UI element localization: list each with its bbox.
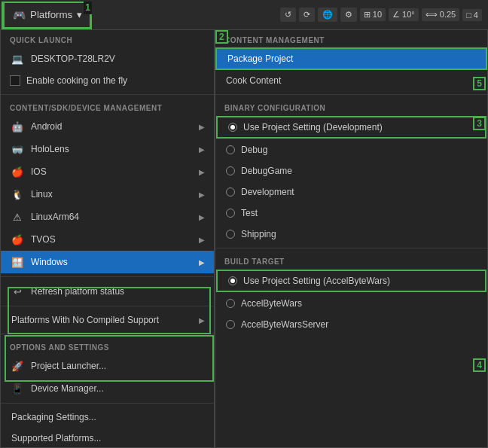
dropdown-menu: QUICK LAUNCH 💻 DESKTOP-T28LR2V Enable co… [0, 30, 215, 448]
linuxarm64-arrow: ▶ [199, 213, 205, 221]
submenu-section-build: BUILD TARGET [215, 251, 487, 269]
sep-4 [1, 334, 214, 334]
development-label: Development [241, 187, 294, 197]
menu-item-linuxarm64[interactable]: ⚠ LinuxArm64 ▶ [1, 206, 214, 228]
test-label: Test [241, 208, 258, 218]
menu-item-no-compiled[interactable]: Platforms With No Compiled Support ▶ [1, 309, 214, 331]
device-manager-label: Device Manager... [31, 383, 205, 394]
windows-label: Windows [31, 257, 199, 267]
project-launcher-label: Project Launcher... [31, 361, 205, 371]
submenu-item-cook-content[interactable]: Cook Content [215, 70, 487, 91]
toolbar-right: ↺ ⟳ 🌐 ⚙ ⊞ 10 ∠ 10° ⟺ 0.25 □ 4 [280, 8, 488, 22]
no-compiled-label: Platforms With No Compiled Support [11, 315, 199, 325]
section-content-sdk: CONTENT/SDK/DEVICE MANAGEMENT [1, 98, 214, 115]
num-label-1: 1 [2, 2, 92, 29]
cook-content-label: Cook Content [226, 75, 281, 86]
tvos-label: TVOS [31, 234, 199, 245]
submenu-sep-2 [215, 248, 487, 248]
submenu-item-accelbytewarsserver[interactable]: AccelByteWarsServer [215, 314, 487, 335]
tvos-icon: 🍎 [10, 232, 25, 247]
sync-btn[interactable]: ⟳ [299, 8, 315, 22]
linux-arrow: ▶ [199, 190, 205, 199]
submenu-item-use-project-dev[interactable]: Use Project Setting (Development) [216, 116, 486, 139]
windows-arrow: ▶ [199, 258, 205, 267]
menu-item-hololens[interactable]: 🥽 HoloLens ▶ [1, 138, 214, 160]
radio-use-project-dev [228, 123, 237, 132]
cooking-label: Enable cooking on the fly [26, 75, 205, 86]
windows-icon: 🪟 [10, 254, 25, 270]
android-icon: 🤖 [10, 119, 25, 134]
section-quick-launch: QUICK LAUNCH [1, 30, 214, 47]
android-label: Android [31, 121, 199, 132]
settings-btn[interactable]: ⚙ [340, 8, 357, 22]
menu-item-linux[interactable]: 🐧 Linux ▶ [1, 183, 214, 206]
menu-item-windows[interactable]: 🪟 Windows ▶ [1, 251, 214, 273]
submenu-section-binary: BINARY CONFIGURATION [215, 98, 487, 115]
num-label-5: 5 [473, 77, 486, 90]
menu-item-ios[interactable]: 🍎 IOS ▶ [1, 160, 214, 183]
menu-item-tvos[interactable]: 🍎 TVOS ▶ [1, 228, 214, 251]
hololens-arrow: ▶ [199, 145, 205, 154]
sep-3 [1, 306, 214, 306]
accelbytewarsserver-label: AccelByteWarsServer [241, 319, 328, 330]
ios-label: IOS [31, 166, 199, 177]
radio-development [226, 187, 235, 197]
package-project-label: Package Project [227, 53, 293, 64]
hololens-icon: 🥽 [10, 142, 25, 157]
submenu-item-development[interactable]: Development [215, 181, 487, 203]
submenu-item-debuggame[interactable]: DebugGame [215, 160, 487, 181]
packaging-settings-label: Packaging Settings... [11, 412, 96, 422]
hololens-label: HoloLens [31, 144, 199, 154]
menu-item-packaging-settings[interactable]: Packaging Settings... [1, 407, 214, 428]
android-arrow: ▶ [199, 123, 205, 131]
sep-5 [1, 403, 214, 404]
menu-item-supported-platforms[interactable]: Supported Platforms... [1, 428, 214, 448]
linux-icon: 🐧 [10, 187, 25, 202]
debug-label: Debug [241, 145, 267, 155]
submenu-item-test[interactable]: Test [215, 203, 487, 224]
num-label-3: 3 [473, 117, 486, 130]
linuxarm64-label: LinuxArm64 [31, 212, 199, 222]
num-label-2: 2 [215, 30, 228, 44]
angle-badge: ∠ 10° [389, 8, 419, 21]
menu-item-device-manager[interactable]: 📱 Device Manager... [1, 377, 214, 400]
submenu-item-debug[interactable]: Debug [215, 139, 487, 160]
sep-1 [1, 94, 214, 95]
submenu-item-accelbytewars[interactable]: AccelByteWars [215, 293, 487, 314]
menu-item-desktop[interactable]: 💻 DESKTOP-T28LR2V [1, 47, 214, 70]
radio-accelbytewars [226, 299, 235, 308]
use-project-accel-label: Use Project Setting (AccelByteWars) [243, 276, 390, 286]
refresh-platform-label: Refresh platform status [31, 286, 205, 297]
cooking-checkbox[interactable] [10, 75, 20, 86]
project-launcher-icon: 🚀 [10, 358, 25, 373]
debuggame-label: DebugGame [241, 166, 292, 176]
globe-btn[interactable]: 🌐 [318, 8, 337, 22]
menu-item-cooking[interactable]: Enable cooking on the fly [1, 70, 214, 91]
radio-use-project-accel [228, 276, 237, 285]
submenu-sep-1 [215, 94, 487, 95]
linuxarm64-icon: ⚠ [10, 209, 25, 224]
scale-badge: ⟺ 0.25 [422, 8, 459, 21]
no-compiled-arrow: ▶ [199, 316, 205, 325]
radio-debug [226, 145, 235, 154]
grid-badge: ⊞ 10 [360, 8, 386, 21]
submenu-panel: 2 CONTENT MANAGEMENT Package Project Coo… [215, 30, 488, 448]
submenu-item-package-project[interactable]: Package Project [215, 47, 487, 70]
submenu-item-use-project-accel[interactable]: Use Project Setting (AccelByteWars) [216, 270, 486, 292]
menu-item-refresh-platform[interactable]: ↩ Refresh platform status [1, 280, 214, 303]
menu-item-android[interactable]: 🤖 Android ▶ [1, 115, 214, 138]
supported-platforms-label: Supported Platforms... [11, 433, 101, 443]
accelbytewars-label: AccelByteWars [241, 298, 302, 309]
refresh-btn[interactable]: ↺ [280, 8, 296, 22]
desktop-icon: 💻 [10, 51, 25, 66]
sep-2 [1, 276, 214, 277]
linux-label: Linux [31, 189, 199, 200]
use-project-dev-label: Use Project Setting (Development) [243, 122, 383, 133]
rect-badge: □ 4 [462, 9, 482, 21]
desktop-label: DESKTOP-T28LR2V [31, 53, 205, 64]
radio-test [226, 209, 235, 218]
refresh-platform-icon: ↩ [10, 284, 25, 299]
submenu-section-content: CONTENT MANAGEMENT [215, 30, 487, 47]
menu-item-project-launcher[interactable]: 🚀 Project Launcher... [1, 355, 214, 377]
submenu-item-shipping[interactable]: Shipping [215, 224, 487, 245]
